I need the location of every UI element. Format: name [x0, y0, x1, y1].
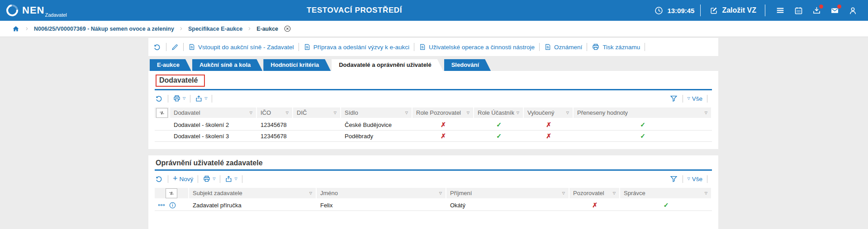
printer-icon: [592, 43, 600, 51]
chevron-right-icon: [247, 26, 252, 31]
users-table: Subjekt zadavatele▽Jméno▽Příjmení▽Pozoro…: [155, 188, 712, 211]
breadcrumb-item-e-aukce[interactable]: E-aukce: [256, 26, 278, 32]
column-label: Pozorovatel: [573, 190, 604, 196]
filter-triangle-icon[interactable]: ▽: [286, 111, 289, 115]
column-label: Jméno: [320, 190, 338, 196]
chevron-right-icon: [179, 26, 184, 31]
column-label: Role Účastník: [478, 109, 514, 116]
row-flag-cell: ✗: [413, 131, 474, 142]
toolbar-link-tisk-zaznamu[interactable]: Tisk záznamu: [592, 43, 640, 51]
filter-triangle-icon[interactable]: ▽: [467, 111, 470, 115]
row-flag-cell: ✓: [474, 131, 524, 142]
menu-button[interactable]: [771, 5, 789, 15]
toolbar-link-label: Vstoupit do aukční síně - Zadavatel: [198, 44, 294, 51]
divider: [707, 175, 707, 183]
export-button[interactable]: ▽: [195, 95, 207, 103]
chevron-down-icon: ▽: [688, 177, 690, 181]
column-header-pozorovatel[interactable]: Pozorovatel▽: [569, 188, 620, 200]
print-button[interactable]: ▽: [173, 94, 185, 103]
filter-button[interactable]: [669, 175, 678, 183]
filter-triangle-icon[interactable]: ▽: [405, 111, 408, 115]
column-label: Vyloučený: [527, 109, 555, 116]
column-header-dodavatel[interactable]: Dodavatel▽: [170, 107, 257, 119]
show-all-button[interactable]: ▽ Vše: [688, 176, 702, 182]
column-header-role-ucastnik[interactable]: Role Účastník▽: [474, 107, 524, 119]
calendar-button[interactable]: [789, 6, 807, 15]
filter-triangle-icon[interactable]: ▽: [613, 192, 616, 195]
row-cell: Felix: [317, 200, 446, 211]
breadcrumb: N006/25/V00007369 - Nákup semen ovoce a …: [0, 21, 868, 37]
toolbar-link-priprava-a-odeslani-vyzvy-k-e-aukci[interactable]: Příprava a odeslání výzvy k e-aukci: [304, 43, 409, 51]
filter-triangle-icon[interactable]: ▽: [439, 192, 442, 195]
column-header-dic[interactable]: DIČ▽: [293, 107, 341, 119]
tab-dodavatele-a-opravneni-uzivatele[interactable]: Dodavatelé a oprávnění uživatelé: [332, 59, 443, 71]
downloads-button[interactable]: [807, 6, 825, 15]
close-record-icon[interactable]: [284, 25, 291, 33]
column-header-sidlo[interactable]: Sídlo▽: [341, 107, 413, 119]
divider: [683, 175, 683, 183]
tab-hodnotici-kriteria[interactable]: Hodnotící kritéria: [263, 59, 331, 71]
export-icon: [195, 95, 203, 103]
row-flag-cell: ✓: [474, 119, 524, 131]
column-header-subjekt-zadavatele[interactable]: Subjekt zadavatele▽: [189, 188, 317, 200]
column-settings-button[interactable]: [155, 188, 189, 200]
divider: [212, 95, 212, 103]
toolbar-link-vstoupit-do-aukcni-sine-zadavatel[interactable]: Vstoupit do aukční síně - Zadavatel: [188, 43, 294, 51]
check-icon: ✓: [664, 201, 669, 209]
print-button[interactable]: ▽: [203, 175, 215, 183]
messages-button[interactable]: [825, 6, 844, 15]
filter-triangle-icon[interactable]: ▽: [705, 111, 707, 115]
column-label: Přeneseny hodnoty: [577, 109, 628, 116]
filter-triangle-icon[interactable]: ▽: [705, 192, 707, 195]
divider: [198, 175, 198, 183]
refresh-button[interactable]: [153, 43, 161, 51]
tab-strip: E-aukceAukční síně a kolaHodnotící krité…: [150, 59, 868, 71]
row-cell: [293, 119, 341, 131]
row-lead-cell: [155, 119, 170, 131]
divider: [168, 175, 168, 183]
users-grid-toolbar: + Nový ▽ ▽ ▽: [155, 171, 712, 187]
column-label: Příjmení: [450, 190, 472, 196]
column-header-vylouceny[interactable]: Vyloučený▽: [524, 107, 574, 119]
filter-triangle-icon[interactable]: ▽: [517, 111, 519, 115]
tab-e-aukce[interactable]: E-aukce: [150, 59, 191, 71]
export-button[interactable]: ▽: [225, 175, 237, 183]
filter-triangle-icon[interactable]: ▽: [566, 111, 569, 115]
column-header-preneseny-hodnoty[interactable]: Přeneseny hodnoty▽: [574, 107, 712, 119]
show-all-button[interactable]: ▽ Vše: [688, 95, 702, 102]
home-icon[interactable]: [12, 25, 20, 33]
cross-icon: ✗: [441, 121, 446, 128]
divider: [242, 175, 242, 183]
toolbar-link-uzivatelske-operace-a-cinnosti-nastroje[interactable]: Uživatelské operace a činnosti nástroje: [419, 43, 535, 51]
nen-logo[interactable]: NEN Zadavatel: [0, 5, 66, 16]
column-settings-button[interactable]: [155, 107, 170, 119]
suppliers-grid-toolbar: ▽ ▽ ▽ Vše: [155, 90, 712, 107]
create-vz-button[interactable]: Založit VZ: [707, 5, 759, 15]
column-header-ico[interactable]: IČO▽: [257, 107, 293, 119]
chevron-right-icon: [24, 26, 29, 31]
column-header-spravce[interactable]: Správce▽: [620, 188, 712, 200]
filter-triangle-icon[interactable]: ▽: [562, 192, 565, 195]
refresh-button[interactable]: [155, 175, 163, 183]
filter-triangle-icon[interactable]: ▽: [250, 111, 252, 115]
column-header-prijmeni[interactable]: Příjmení▽: [446, 188, 569, 200]
edit-record-button[interactable]: [171, 43, 179, 51]
tab-sledovani[interactable]: Sledování: [444, 59, 491, 71]
breadcrumb-item-n006-25-v00007369[interactable]: N006/25/V00007369 - Nákup semen ovoce a …: [34, 26, 174, 32]
new-button[interactable]: + Nový: [173, 175, 193, 183]
tab-aukcni-sine-a-kola[interactable]: Aukční síně a kola: [192, 59, 262, 71]
filter-button[interactable]: [669, 94, 678, 103]
chevron-down-icon: ▽: [234, 177, 237, 181]
refresh-button[interactable]: [155, 94, 163, 103]
filter-triangle-icon[interactable]: ▽: [334, 111, 337, 115]
row-info-icon[interactable]: [169, 201, 176, 209]
toolbar-link-oznameni[interactable]: Oznámení: [544, 43, 582, 51]
breadcrumb-item-specifikace-e-aukce[interactable]: Specifikace E-aukce: [188, 26, 242, 32]
column-header-role-pozorovatel[interactable]: Role Pozorovatel▽: [413, 107, 474, 119]
filter-triangle-icon[interactable]: ▽: [309, 192, 312, 195]
cross-icon: ✗: [592, 201, 598, 209]
user-button[interactable]: [844, 6, 862, 15]
column-header-jmeno[interactable]: Jméno▽: [317, 188, 446, 200]
topbar-actions: 13:09:45 Založit VZ: [654, 5, 868, 16]
row-menu-icon[interactable]: [157, 201, 166, 209]
